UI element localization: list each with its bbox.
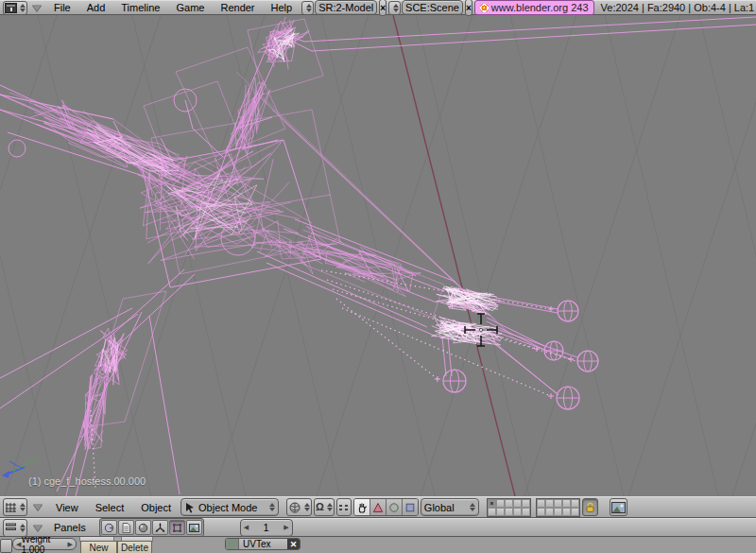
rotate-circle-icon <box>388 502 400 513</box>
window-type-button[interactable] <box>3 1 27 15</box>
wireframe-canvas <box>0 15 756 496</box>
menu-game[interactable]: Game <box>168 2 212 13</box>
script-context-button[interactable] <box>118 520 134 535</box>
scene-context-button[interactable] <box>186 520 202 535</box>
editing-icon <box>172 523 182 533</box>
menu-view[interactable]: View <box>48 502 86 513</box>
pivot-icon: Ω <box>316 502 324 512</box>
info-window-icon <box>5 3 17 13</box>
translate-triangle-icon <box>372 502 384 513</box>
screen-close-button[interactable]: × <box>379 0 387 16</box>
editing-panel-strip: ◀ Weight 1.000 ▶ New Delete UVTex ✕ <box>0 537 756 553</box>
scene-selector[interactable]: SCE:Scene <box>402 0 463 15</box>
shading-sphere-icon <box>288 501 301 514</box>
lock-icon <box>584 501 596 513</box>
frame-decrement-icon[interactable]: ◀ <box>244 524 249 531</box>
logic-icon <box>104 523 114 533</box>
dropdown-arrows-icon <box>470 503 475 511</box>
window-type-button-buttons[interactable] <box>3 519 27 537</box>
buttons-header: Panels <box>0 518 756 537</box>
menu-timeline[interactable]: Timeline <box>113 2 167 13</box>
orientation-selector[interactable]: Global <box>421 498 479 516</box>
hand-icon <box>356 502 368 513</box>
buttons-context-group <box>99 518 204 537</box>
scene-browse-button[interactable] <box>388 1 401 15</box>
layer-grid-right[interactable] <box>536 498 580 517</box>
close-icon: × <box>380 3 386 13</box>
buttons-window-icon <box>5 522 17 533</box>
object-mode-icon <box>184 502 196 513</box>
browse-arrows-icon <box>306 4 312 12</box>
dropdown-arrows-icon <box>269 503 275 511</box>
editing-context-button[interactable] <box>169 520 185 535</box>
browse-arrows-icon <box>393 4 399 12</box>
object-icon <box>155 523 165 533</box>
uv-texture-field[interactable]: UVTex ✕ <box>225 538 301 550</box>
window-type-arrows <box>20 503 26 511</box>
shading-icon <box>138 523 148 533</box>
manipulator-hand-button[interactable] <box>354 499 370 515</box>
blender-window: (1) cge_f_hostess.00.000 File Add Timeli… <box>0 0 756 553</box>
screen-browse-button[interactable] <box>301 1 314 15</box>
viewport-object-label: (1) cge_f_hostess.00.000 <box>28 475 146 487</box>
window-type-button-3dview[interactable] <box>3 498 27 516</box>
manipulator-scale-button[interactable] <box>403 499 418 515</box>
scene-close-button[interactable]: × <box>465 0 472 16</box>
object-context-button[interactable] <box>152 520 168 535</box>
menu-help[interactable]: Help <box>264 2 301 13</box>
vertex-group-delete-button[interactable]: Delete <box>117 541 152 553</box>
uv-texture-delete-icon[interactable]: ✕ <box>287 539 300 549</box>
frame-number-stepper[interactable]: ◀ 1 ▶ <box>240 519 293 537</box>
logic-context-button[interactable] <box>101 520 117 535</box>
dropdown-arrows-icon <box>327 503 333 511</box>
manipulator-mini-icon <box>338 503 350 512</box>
blender-version-button[interactable]: www.blender.org 243 <box>474 0 594 15</box>
shading-context-button[interactable] <box>135 520 151 535</box>
vertex-group-new-button[interactable]: New <box>80 541 117 553</box>
menu-select[interactable]: Select <box>88 502 132 513</box>
blender-target-icon <box>480 4 489 12</box>
menu-render[interactable]: Render <box>213 2 262 13</box>
manipulator-rotate-button[interactable] <box>387 499 403 515</box>
collapse-menu-icon[interactable] <box>33 525 43 531</box>
view3d-window-icon <box>5 502 17 513</box>
collapse-menu-icon[interactable] <box>33 504 43 510</box>
uv-texture-swatch <box>226 539 239 549</box>
pivot-point-selector[interactable]: Ω <box>314 498 335 516</box>
scale-square-icon <box>404 502 416 513</box>
dropdown-arrows-icon <box>304 503 310 511</box>
window-type-arrows <box>20 524 26 532</box>
menu-panels[interactable]: Panels <box>48 522 92 533</box>
close-icon: × <box>466 3 472 13</box>
manipulator-mini-button[interactable] <box>336 498 352 516</box>
window-type-arrows <box>20 4 26 12</box>
collapse-menu-icon[interactable] <box>32 5 42 11</box>
mode-selector[interactable]: Object Mode <box>180 498 279 516</box>
vertex-weight-slider[interactable]: ◀ Weight 1.000 ▶ <box>12 538 77 550</box>
viewport-shading-selector[interactable] <box>286 498 312 516</box>
manipulator-toggle-group <box>353 498 419 516</box>
scene-icon <box>189 523 199 533</box>
render-preview-button[interactable] <box>610 498 627 516</box>
area-corner-widget[interactable] <box>0 539 12 553</box>
info-header: File Add Timeline Game Render Help SR:2-… <box>0 0 756 15</box>
script-icon <box>121 523 131 533</box>
uv-texture-name: UVTex <box>239 539 287 549</box>
screen-selector[interactable]: SR:2-Model <box>315 0 377 15</box>
frame-increment-icon[interactable]: ▶ <box>284 524 288 531</box>
scene-statistics: Ve:2024 | Fa:2940 | Ob:4-4 | La:1 <box>595 2 755 13</box>
menu-object[interactable]: Object <box>133 502 179 513</box>
manipulator-translate-button[interactable] <box>370 499 387 515</box>
layer-grid-left[interactable] <box>487 498 531 517</box>
menu-file[interactable]: File <box>46 2 78 13</box>
view3d-header: View Select Object Object Mode Ω <box>0 496 756 518</box>
lock-layers-button[interactable] <box>582 498 598 516</box>
image-icon <box>611 502 626 513</box>
menu-add[interactable]: Add <box>79 2 113 13</box>
layer-buttons <box>487 498 580 517</box>
slider-increment-icon[interactable]: ▶ <box>68 541 73 548</box>
